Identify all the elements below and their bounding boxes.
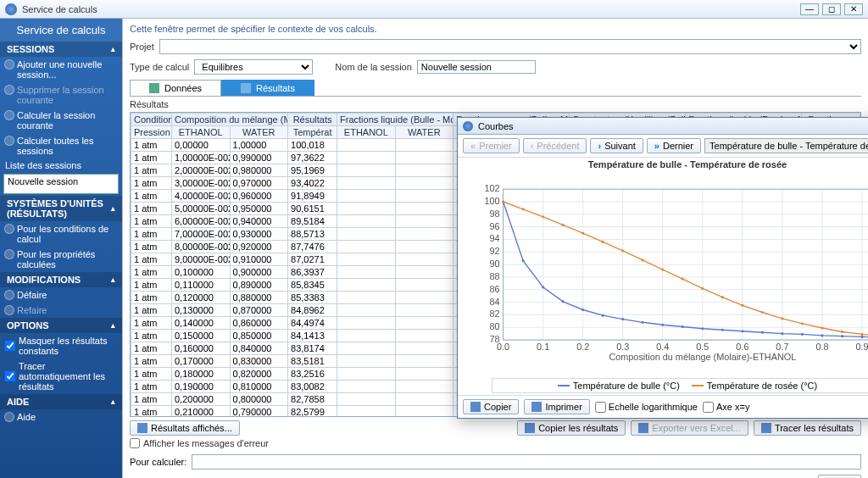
copy-icon bbox=[525, 423, 535, 433]
svg-point-84 bbox=[781, 317, 783, 320]
option-auto-trace[interactable]: Tracer automatiquement les résultats bbox=[0, 358, 122, 394]
svg-text:88: 88 bbox=[490, 271, 500, 281]
window-title: Service de calculs bbox=[22, 4, 800, 14]
first-icon: « bbox=[470, 141, 476, 151]
svg-point-60 bbox=[721, 329, 724, 331]
show-errors-checkbox[interactable] bbox=[130, 438, 140, 448]
sidebar-units-properties[interactable]: Pour les propriétés calculées bbox=[0, 247, 122, 272]
last-button[interactable]: »Dernier bbox=[647, 138, 701, 153]
svg-point-71 bbox=[522, 208, 525, 210]
mask-checkbox[interactable] bbox=[5, 341, 15, 351]
help-icon bbox=[4, 412, 14, 422]
play-all-icon bbox=[4, 136, 14, 146]
pour-calculer-input[interactable] bbox=[192, 454, 861, 470]
svg-text:0.2: 0.2 bbox=[576, 342, 589, 352]
svg-point-76 bbox=[621, 249, 624, 252]
svg-point-59 bbox=[701, 327, 704, 330]
sidebar-redo[interactable]: Refaire bbox=[0, 303, 122, 318]
session-name-input[interactable] bbox=[417, 60, 536, 74]
tab-results[interactable]: Résultats bbox=[221, 80, 314, 96]
sidebar-add-session[interactable]: Ajouter une nouvelle session... bbox=[0, 57, 122, 82]
chart-title: Température de bulle - Température de ro… bbox=[458, 158, 868, 171]
legend-swatch-rosee bbox=[692, 385, 704, 386]
tab-data[interactable]: Données bbox=[130, 80, 221, 96]
svg-text:0.5: 0.5 bbox=[696, 342, 709, 352]
sidebar-head-sessions[interactable]: SESSIONS▴ bbox=[0, 42, 122, 57]
col-temp: Températ bbox=[288, 126, 337, 139]
show-errors-check[interactable]: Afficher les messages d'erreur bbox=[130, 436, 861, 451]
log-scale-check[interactable]: Echelle logarithmique bbox=[595, 402, 698, 413]
export-excel-button[interactable]: Exporter vers Excel... bbox=[631, 420, 748, 436]
copy-chart-button[interactable]: Copier bbox=[463, 399, 519, 414]
axis-xy-checkbox[interactable] bbox=[703, 402, 714, 413]
close-button[interactable]: ✕ bbox=[844, 3, 863, 15]
trace-results-button[interactable]: Tracer les résultats bbox=[754, 420, 861, 436]
axis-xy-check[interactable]: Axe x=y bbox=[703, 402, 749, 413]
print-chart-button[interactable]: Imprimer bbox=[524, 399, 589, 414]
svg-point-62 bbox=[761, 331, 764, 334]
main-panel: Cette fenêtre permet de spécifier le con… bbox=[122, 19, 868, 478]
svg-point-73 bbox=[562, 224, 565, 226]
first-button[interactable]: «Premier bbox=[463, 138, 520, 153]
legend-bulle: Température de bulle (°C) bbox=[573, 381, 680, 391]
svg-point-70 bbox=[502, 200, 504, 203]
log-scale-checkbox[interactable] bbox=[595, 402, 606, 413]
svg-text:0.3: 0.3 bbox=[616, 342, 629, 352]
session-list[interactable]: Nouvelle session bbox=[3, 174, 119, 194]
curves-titlebar[interactable]: Courbes bbox=[458, 118, 868, 135]
svg-text:94: 94 bbox=[490, 233, 500, 243]
prev-button[interactable]: ‹Précédent bbox=[523, 138, 587, 153]
curve-select[interactable]: Température de bulle - Température de ro… bbox=[704, 138, 868, 153]
copy-icon bbox=[470, 402, 481, 412]
sidebar-units-conditions[interactable]: Pour les conditions de calcul bbox=[0, 221, 122, 247]
curves-window: Courbes «Premier ‹Précédent ›Suivant »De… bbox=[457, 117, 868, 419]
sidebar-head-help[interactable]: AIDE▴ bbox=[0, 394, 122, 409]
sidebar-head-options[interactable]: OPTIONS▴ bbox=[0, 318, 122, 333]
sidebar-help[interactable]: Aide bbox=[0, 409, 122, 425]
session-name-label: Nom de la session bbox=[335, 62, 412, 72]
svg-point-86 bbox=[821, 326, 823, 329]
excel-icon bbox=[638, 423, 648, 433]
svg-point-75 bbox=[602, 241, 604, 243]
svg-point-83 bbox=[761, 311, 764, 314]
svg-point-79 bbox=[682, 278, 684, 281]
sidebar-delete-session[interactable]: Supprimer la session courante bbox=[0, 82, 122, 108]
svg-point-51 bbox=[542, 286, 544, 288]
trace-checkbox[interactable] bbox=[5, 371, 15, 381]
sidebar-calc-session[interactable]: Calculer la session courante bbox=[0, 108, 122, 133]
hint-text: Cette fenêtre permet de spécifier le con… bbox=[130, 24, 861, 34]
type-label: Type de calcul bbox=[130, 62, 189, 72]
minimize-button[interactable]: — bbox=[800, 3, 819, 15]
sidebar-head-units[interactable]: SYSTÈMES D'UNITÉS (RÉSULTATS)▴ bbox=[0, 196, 122, 221]
prev-icon: ‹ bbox=[531, 141, 534, 151]
sidebar-head-mods[interactable]: MODIFICATIONS▴ bbox=[0, 272, 122, 287]
sidebar-list-head: Liste des sessions bbox=[0, 158, 122, 172]
copy-results-button[interactable]: Copier les résultats bbox=[517, 420, 626, 436]
svg-text:92: 92 bbox=[490, 246, 500, 256]
svg-point-80 bbox=[701, 287, 704, 290]
sidebar: Service de calculs SESSIONS▴ Ajouter une… bbox=[0, 19, 122, 478]
projet-select[interactable] bbox=[159, 39, 861, 54]
undo-icon bbox=[4, 290, 14, 300]
plus-icon bbox=[4, 59, 14, 69]
minus-icon bbox=[4, 85, 14, 95]
type-select[interactable]: Equilibres bbox=[194, 59, 313, 75]
svg-text:0.4: 0.4 bbox=[656, 342, 669, 352]
sidebar-brand: Service de calculs bbox=[0, 19, 122, 42]
next-button[interactable]: ›Suivant bbox=[590, 138, 643, 153]
shown-results-button[interactable]: Résultats affichés... bbox=[130, 420, 240, 436]
svg-text:82: 82 bbox=[490, 308, 500, 319]
quit-button[interactable]: Quitter bbox=[818, 475, 861, 478]
curves-title: Courbes bbox=[478, 121, 514, 131]
svg-point-54 bbox=[602, 314, 604, 317]
svg-text:100: 100 bbox=[485, 196, 500, 206]
option-mask-results[interactable]: Masquer les résultats constants bbox=[0, 333, 122, 358]
chart-svg: 78808284868890929496981001020.00.10.20.3… bbox=[473, 173, 868, 375]
svg-point-53 bbox=[581, 308, 584, 311]
sidebar-undo[interactable]: Défaire bbox=[0, 287, 122, 303]
maximize-button[interactable]: ◻ bbox=[822, 3, 841, 15]
svg-text:84: 84 bbox=[490, 297, 500, 307]
col-ethanol: ETHANOL bbox=[337, 126, 396, 139]
col-composition: Composition du mélange (Molaire) bbox=[172, 114, 288, 126]
sidebar-calc-all[interactable]: Calculer toutes les sessions bbox=[0, 133, 122, 158]
